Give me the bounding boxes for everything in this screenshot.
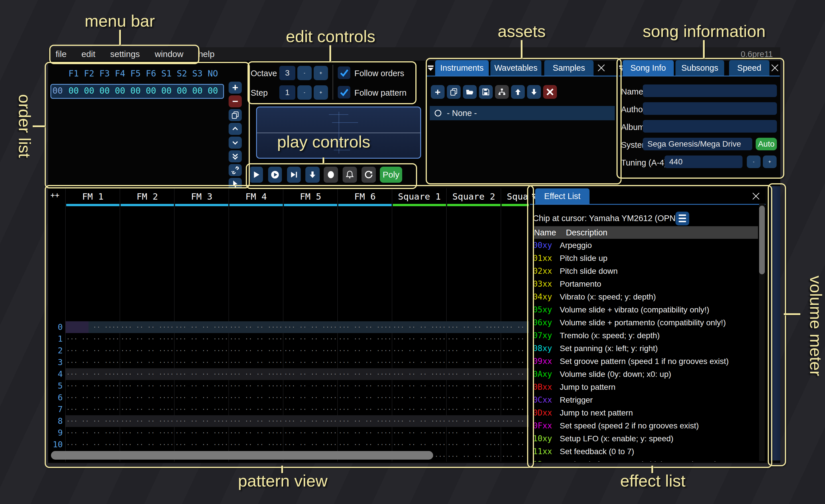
effect-entry[interactable]: 09xxSet groove pattern (speed 1 if no gr… — [533, 355, 759, 368]
pattern-hscrollbar[interactable] — [51, 451, 433, 459]
order-col-F6[interactable]: F6 — [143, 69, 159, 78]
pattern-cell[interactable]: ··· ·· ·· ···· — [229, 439, 283, 450]
pattern-cell[interactable]: ··· ·· ·· ···· — [66, 427, 120, 439]
pattern-cell[interactable]: ··· ·· ·· ···· — [338, 356, 392, 368]
tab-subsongs[interactable]: Subsongs — [675, 60, 724, 76]
pattern-cell[interactable]: ··· ·· ·· ···· — [229, 368, 283, 380]
order-move-bottom-button[interactable] — [229, 150, 242, 162]
pattern-cell[interactable]: ··· ·· ·· ···· — [66, 380, 120, 392]
pattern-cell[interactable]: ··· ·· ·· ···· — [283, 380, 338, 392]
pattern-cell[interactable]: ··· ·· ·· ···· — [501, 356, 529, 368]
pattern-cell[interactable]: ··· ·· ·· ···· — [174, 333, 229, 345]
pattern-cell[interactable]: ··· ·· ·· ···· — [392, 439, 447, 450]
pattern-row[interactable]: 10··· ·· ·· ······· ·· ·· ······· ·· ·· … — [48, 439, 529, 450]
menu-item-file[interactable]: file — [48, 49, 74, 59]
channel-header-fm-2[interactable]: FM 2 — [120, 188, 174, 206]
pattern-cell[interactable]: ··· ·· ·· ···· — [338, 439, 392, 450]
pattern-cell[interactable]: ··· ·· ·· ···· — [174, 415, 229, 427]
effect-entry[interactable]: 01xxPitch slide up — [533, 252, 759, 265]
step-minus-button[interactable]: - — [297, 85, 312, 100]
order-cell-6[interactable]: 00 — [159, 86, 174, 96]
name-field[interactable] — [643, 84, 777, 97]
pattern-row[interactable]: 8··· ·· ·· ······· ·· ·· ······· ·· ·· ·… — [48, 415, 529, 427]
order-unlink-button[interactable] — [229, 164, 242, 176]
order-cell-1[interactable]: 00 — [81, 86, 97, 96]
pattern-cell[interactable]: ··· ·· ·· ···· — [174, 321, 229, 333]
effect-entry[interactable]: 0CxxRetrigger — [533, 394, 759, 406]
author-field[interactable] — [643, 102, 777, 115]
pattern-cell[interactable]: ··· ·· ·· ···· — [283, 356, 338, 368]
pattern-cell[interactable]: ··· ·· ·· ···· — [447, 415, 501, 427]
play-from-cursor-button[interactable] — [287, 167, 301, 183]
pattern-cell[interactable]: ··· ·· ·· ···· — [120, 415, 174, 427]
pattern-cell[interactable]: ··· ·· ·· ···· — [174, 404, 229, 415]
pattern-row[interactable]: 7··· ·· ·· ······· ·· ·· ······· ·· ·· ·… — [48, 404, 529, 415]
auto-button[interactable]: Auto — [756, 138, 777, 150]
pattern-cell[interactable]: ··· ·· ·· ···· — [66, 333, 120, 345]
order-cell-0[interactable]: 00 — [66, 86, 81, 96]
channel-header-square-3[interactable]: Square 3 — [501, 188, 529, 206]
pattern-cell[interactable]: ··· ·· ·· ···· — [120, 333, 174, 345]
pattern-cell[interactable]: ··· ·· ·· ···· — [338, 404, 392, 415]
tuning-field[interactable]: 440 — [665, 156, 743, 168]
play-pattern-button[interactable] — [268, 167, 282, 183]
pattern-cell[interactable]: ··· ·· ·· ···· — [229, 380, 283, 392]
pattern-cell[interactable]: ··· ·· ·· ···· — [392, 415, 447, 427]
stop-button[interactable] — [324, 167, 338, 183]
pattern-cell[interactable]: ··· ·· ·· ···· — [447, 380, 501, 392]
pattern-cell[interactable]: ··· ·· ·· ···· — [501, 321, 529, 333]
order-col-F1[interactable]: F1 — [66, 69, 81, 78]
pattern-cell[interactable]: ··· ·· ·· ···· — [392, 368, 447, 380]
asset-tree-button[interactable] — [495, 85, 509, 99]
metronome-button[interactable] — [343, 167, 357, 183]
pattern-cell[interactable]: ··· ·· ·· ···· — [447, 356, 501, 368]
order-col-F5[interactable]: F5 — [128, 69, 143, 78]
order-cell-4[interactable]: 00 — [128, 86, 143, 96]
pattern-row[interactable]: 0··· ·· ·· ······· ·· ·· ······· ·· ·· ·… — [48, 321, 529, 333]
tab-song-info[interactable]: Song Info — [622, 60, 674, 76]
play-button[interactable] — [249, 167, 263, 183]
order-col-F2[interactable]: F2 — [81, 69, 97, 78]
system-field[interactable]: Sega Genesis/Mega Drive — [643, 138, 752, 150]
pattern-cell[interactable]: ··· ·· ·· ···· — [501, 450, 529, 461]
order-row[interactable]: 0000000000000000000000 — [49, 86, 221, 96]
order-duplicate-button[interactable] — [229, 109, 242, 121]
pattern-cell[interactable]: ··· ·· ·· ···· — [501, 333, 529, 345]
menu-item-settings[interactable]: settings — [103, 49, 147, 59]
pattern-cell[interactable]: ··· ·· ·· ···· — [66, 404, 120, 415]
close-icon[interactable] — [752, 192, 760, 200]
order-cell-3[interactable]: 00 — [112, 86, 128, 96]
effect-entry[interactable]: 07xyTremolo (x: speed; y: depth) — [533, 329, 759, 342]
order-cell-2[interactable]: 00 — [97, 86, 112, 96]
pattern-cell[interactable]: ··· ·· ·· ···· — [283, 333, 338, 345]
pattern-cell[interactable]: ··· ·· ·· ···· — [283, 392, 338, 404]
tab-effect-list[interactable]: Effect List — [535, 188, 590, 204]
pattern-row[interactable]: 4··· ·· ·· ······· ·· ·· ······· ·· ·· ·… — [48, 368, 529, 380]
effect-entry[interactable]: 06xyVolume slide + portamento (compatibi… — [533, 316, 759, 329]
asset-delete-button[interactable] — [543, 85, 557, 99]
pattern-row[interactable]: 2··· ·· ·· ······· ·· ·· ······· ·· ·· ·… — [48, 345, 529, 356]
channel-header-fm-4[interactable]: FM 4 — [229, 188, 283, 206]
order-remove-button[interactable]: − — [229, 95, 242, 107]
pattern-cell[interactable]: ··· ·· ·· ···· — [447, 439, 501, 450]
pattern-cell[interactable]: ··· ·· ·· ···· — [447, 368, 501, 380]
tab-wavetables[interactable]: Wavetables — [491, 60, 541, 76]
pattern-row[interactable]: 1··· ·· ·· ······· ·· ·· ······· ·· ·· ·… — [48, 333, 529, 345]
pattern-cell[interactable]: ··· ·· ·· ···· — [174, 368, 229, 380]
pattern-row[interactable]: 5··· ·· ·· ······· ·· ·· ······· ·· ·· ·… — [48, 380, 529, 392]
pattern-cell[interactable]: ··· ·· ·· ···· — [392, 392, 447, 404]
menu-item-edit[interactable]: edit — [74, 49, 102, 59]
pattern-cell[interactable]: ··· ·· ·· ···· — [338, 380, 392, 392]
pattern-cell[interactable]: ··· ·· ·· ···· — [174, 345, 229, 356]
asset-duplicate-button[interactable] — [447, 85, 461, 99]
order-col-NO[interactable]: NO — [205, 69, 221, 78]
asset-list-item[interactable]: - None - — [430, 106, 615, 120]
effect-entry[interactable]: 0AxyVolume slide (0y: down; x0: up) — [533, 368, 759, 381]
pattern-cell[interactable]: ··· ·· ·· ···· — [66, 368, 120, 380]
pattern-cell[interactable]: ··· ·· ·· ···· — [392, 380, 447, 392]
order-cell-5[interactable]: 00 — [143, 86, 159, 96]
order-col-S3[interactable]: S3 — [190, 69, 205, 78]
close-icon[interactable] — [597, 64, 606, 72]
album-field[interactable] — [643, 120, 777, 133]
octave-plus-button[interactable]: + — [314, 66, 328, 80]
